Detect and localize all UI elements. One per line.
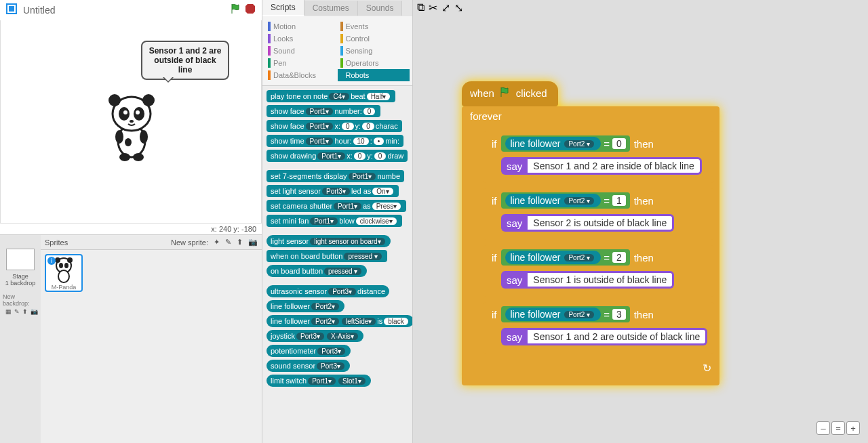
sprite-camera-icon[interactable]: 📷 bbox=[248, 238, 258, 247]
backdrop-count: 1 backdrop bbox=[5, 280, 36, 287]
stage-label: Stage bbox=[12, 273, 28, 280]
say-block[interactable]: saySensor 2 is outside of black line bbox=[501, 214, 707, 232]
category-control[interactable]: Control bbox=[338, 33, 410, 45]
sprites-label: Sprites bbox=[45, 238, 68, 247]
green-flag-icon[interactable] bbox=[229, 2, 243, 18]
palette-block[interactable]: line followerPort2▾leftSide▾ isblack bbox=[267, 315, 412, 327]
stage-header: Untitled bbox=[0, 0, 262, 20]
backdrop-camera-icon[interactable]: 📷 bbox=[31, 308, 38, 315]
line-follower-reporter[interactable]: line follower Port2 ▾ bbox=[505, 137, 601, 150]
palette-block[interactable]: set 7-segments displayPort1▾ numbe bbox=[267, 170, 404, 182]
equals-operator[interactable]: line follower Port2 ▾=1 bbox=[501, 192, 630, 209]
equals-operator[interactable]: line follower Port2 ▾=0 bbox=[501, 135, 630, 152]
stage-thumb-column: Stage 1 backdrop New backdrop: ▦ ✎ ⬆ 📷 bbox=[0, 235, 41, 443]
if-block[interactable]: ifline follower Port2 ▾=1thensaySensor 2… bbox=[484, 188, 714, 240]
say-text[interactable]: Sensor 1 is outside of black line bbox=[528, 271, 674, 289]
tab-costumes[interactable]: Costumes bbox=[304, 1, 358, 16]
svg-point-18 bbox=[55, 257, 60, 263]
backdrop-paint-icon[interactable]: ✎ bbox=[14, 308, 20, 315]
sprite-thumbnail[interactable]: i M-Panda bbox=[45, 254, 83, 292]
tab-sounds[interactable]: Sounds bbox=[358, 1, 403, 16]
sprite-upload-icon[interactable]: ⬆ bbox=[237, 238, 243, 247]
if-block[interactable]: ifline follower Port2 ▾=3thensaySensor 1… bbox=[484, 302, 714, 354]
say-block[interactable]: saySensor 1 is outside of black line bbox=[501, 271, 707, 289]
zoom-in-icon[interactable]: + bbox=[846, 421, 860, 435]
category-looks[interactable]: Looks bbox=[265, 33, 338, 45]
script-stack[interactable]: when clicked forever ifline follower Por… bbox=[462, 81, 719, 385]
category-datablocks[interactable]: Data&Blocks bbox=[265, 69, 338, 81]
zoom-reset-icon[interactable]: = bbox=[831, 421, 845, 435]
number-input[interactable]: 2 bbox=[612, 252, 626, 263]
svg-rect-1 bbox=[9, 6, 14, 12]
zoom-controls: – = + bbox=[816, 421, 860, 435]
category-motion[interactable]: Motion bbox=[265, 20, 338, 33]
block-categories: MotionEventsLooksControlSoundSensingPenO… bbox=[262, 16, 412, 86]
category-sensing[interactable]: Sensing bbox=[338, 45, 410, 57]
cut-icon[interactable]: ✂ bbox=[429, 1, 437, 14]
shrink-icon[interactable]: ⤡ bbox=[454, 1, 463, 14]
svg-point-6 bbox=[142, 94, 155, 106]
svg-point-16 bbox=[125, 138, 132, 146]
line-follower-reporter[interactable]: line follower Port2 ▾ bbox=[505, 308, 601, 321]
backdrop-upload-icon[interactable]: ⬆ bbox=[22, 308, 28, 315]
palette-block[interactable]: ultrasonic sensorPort3▾ distance bbox=[267, 285, 389, 297]
sprite-paint-icon[interactable]: ✎ bbox=[225, 238, 231, 247]
stop-icon[interactable] bbox=[244, 3, 256, 18]
palette-block[interactable]: show facePort1▾ x:0 y:0 charac bbox=[267, 120, 402, 132]
panda-sprite[interactable] bbox=[104, 88, 159, 163]
palette-block[interactable]: set light sensorPort3▾ led asOn▾ bbox=[267, 185, 399, 197]
if-block[interactable]: ifline follower Port2 ▾=2thensaySensor 1… bbox=[484, 245, 714, 297]
forever-block[interactable]: forever ifline follower Port2 ▾=0thensay… bbox=[462, 106, 719, 385]
say-block[interactable]: saySensor 1 and 2 are inside of black li… bbox=[501, 157, 707, 175]
palette-block[interactable]: show drawingPort1▾ x:0 y:0 draw bbox=[267, 150, 408, 162]
equals-operator[interactable]: line follower Port2 ▾=2 bbox=[501, 249, 630, 266]
new-sprite-label: New sprite: bbox=[171, 238, 208, 247]
palette-block[interactable]: show timePort1▾ hour:10 :• min: bbox=[267, 135, 403, 147]
hat-block[interactable]: when clicked bbox=[462, 81, 558, 106]
palette-block[interactable]: sound sensorPort3▾ bbox=[267, 360, 350, 372]
category-pen[interactable]: Pen bbox=[265, 57, 338, 69]
sprite-library-icon[interactable]: ✦ bbox=[214, 238, 220, 247]
category-robots[interactable]: Robots bbox=[338, 69, 410, 81]
line-follower-reporter[interactable]: line follower Port2 ▾ bbox=[505, 251, 601, 264]
palette-column: Scripts Costumes Sounds MotionEventsLook… bbox=[262, 0, 413, 443]
number-input[interactable]: 0 bbox=[612, 138, 626, 149]
stage-thumbnail[interactable] bbox=[6, 249, 35, 270]
say-text[interactable]: Sensor 1 and 2 are outside of black line bbox=[528, 328, 707, 345]
palette-block[interactable]: joystickPort3▾X-Axis▾ bbox=[267, 330, 363, 342]
palette-block[interactable]: when on board buttonpressed ▾ bbox=[267, 250, 387, 262]
zoom-out-icon[interactable]: – bbox=[816, 421, 830, 435]
category-operators[interactable]: Operators bbox=[338, 57, 410, 69]
expand-icon[interactable] bbox=[5, 3, 18, 18]
grow-icon[interactable]: ⤢ bbox=[441, 1, 450, 14]
palette-block[interactable]: show facePort1▾ number:0 bbox=[267, 105, 380, 117]
say-text[interactable]: Sensor 2 is outside of black line bbox=[528, 214, 674, 232]
sprite-info-icon[interactable]: i bbox=[47, 257, 56, 265]
palette-block[interactable]: set camera shutterPort1▾ asPress▾ bbox=[267, 200, 406, 212]
palette-block[interactable]: light sensorlight sensor on board▾ bbox=[267, 235, 391, 247]
category-sound[interactable]: Sound bbox=[265, 45, 338, 57]
if-block[interactable]: ifline follower Port2 ▾=0thensaySensor 1… bbox=[484, 131, 714, 183]
number-input[interactable]: 1 bbox=[612, 195, 626, 206]
palette-block[interactable]: on board buttonpressed ▾ bbox=[267, 265, 367, 277]
palette-block[interactable]: line followerPort2▾ bbox=[267, 300, 344, 312]
palette-block[interactable]: limit switchPort1▾Slot1▾ bbox=[267, 375, 371, 387]
scripts-canvas[interactable]: when clicked forever ifline follower Por… bbox=[413, 16, 868, 443]
line-follower-reporter[interactable]: line follower Port2 ▾ bbox=[505, 194, 601, 207]
backdrop-library-icon[interactable]: ▦ bbox=[5, 308, 12, 315]
sprite-name: M-Panda bbox=[46, 284, 81, 291]
svg-point-9 bbox=[123, 110, 127, 114]
stage-area[interactable]: Sensor 1 and 2 are outside of black line bbox=[0, 20, 262, 224]
stamp-icon[interactable]: ⧉ bbox=[417, 1, 425, 14]
palette-block[interactable]: set mini fanPort1▾ blowclockwise▾ bbox=[267, 215, 402, 227]
tab-scripts[interactable]: Scripts bbox=[262, 0, 304, 16]
palette-block[interactable]: play tone on noteC4▾ beatHalf▾ bbox=[267, 90, 395, 102]
svg-point-14 bbox=[119, 153, 130, 161]
say-text[interactable]: Sensor 1 and 2 are inside of black line bbox=[528, 157, 701, 175]
say-block[interactable]: saySensor 1 and 2 are outside of black l… bbox=[501, 328, 707, 345]
svg-point-15 bbox=[133, 153, 144, 161]
palette-block[interactable]: potentiometerPort3▾ bbox=[267, 345, 351, 357]
equals-operator[interactable]: line follower Port2 ▾=3 bbox=[501, 306, 630, 322]
number-input[interactable]: 3 bbox=[612, 309, 626, 320]
category-events[interactable]: Events bbox=[338, 20, 410, 33]
